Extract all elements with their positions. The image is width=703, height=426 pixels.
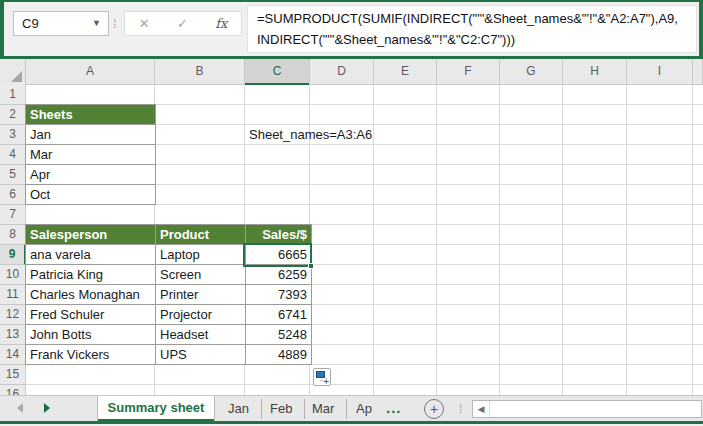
formula-buttons: ✕ ✓ fx — [124, 11, 242, 36]
cell-salesperson[interactable]: ana varela — [26, 245, 156, 265]
tab-summary-sheet[interactable]: Summary sheet — [97, 396, 215, 422]
cell-sales[interactable]: 6259 — [246, 265, 312, 285]
tab-jan[interactable]: Jan — [216, 399, 262, 419]
row-header-1[interactable]: 1 — [0, 85, 26, 105]
insert-function-icon[interactable]: fx — [215, 16, 227, 31]
horizontal-scrollbar[interactable]: ◀ — [472, 400, 702, 418]
row-header-9[interactable]: 9 — [0, 245, 26, 265]
row-header-8[interactable]: 8 — [0, 225, 26, 245]
formula-bar-area: C9 ▼ ⁞ ✕ ✓ fx =SUMPRODUCT(SUMIF(INDIRECT… — [0, 0, 703, 56]
tab-mar[interactable]: Mar — [300, 399, 347, 419]
enter-icon[interactable]: ✓ — [177, 16, 188, 31]
row-header-2[interactable]: 2 — [0, 105, 26, 125]
sheets-list-item[interactable]: Apr — [26, 165, 156, 185]
formula-input[interactable]: =SUMPRODUCT(SUMIF(INDIRECT("'"&Sheet_nam… — [247, 5, 697, 53]
cell-product[interactable]: Printer — [156, 285, 246, 305]
name-box-value: C9 — [22, 16, 39, 31]
sheets-list-header-cell[interactable]: Sheets — [26, 105, 156, 125]
cell-salesperson[interactable]: John Botts — [26, 325, 156, 345]
select-all-corner[interactable] — [0, 59, 26, 85]
sheets-list-table: Sheets Jan Mar Apr Oct — [25, 104, 156, 205]
table-row: John Botts Headset 5248 — [26, 325, 312, 345]
sheets-list-item[interactable]: Mar — [26, 145, 156, 165]
header-cell-sales[interactable]: Sales/$ — [246, 225, 312, 245]
window-left-border — [0, 0, 4, 56]
window-right-border — [699, 0, 703, 56]
corner-triangle-icon — [11, 71, 22, 82]
separator-dots-icon: ⁞ — [113, 16, 117, 31]
formula-line-1: =SUMPRODUCT(SUMIF(INDIRECT("'"&Sheet_nam… — [257, 8, 696, 29]
column-header-G[interactable]: G — [500, 59, 563, 85]
cell-product[interactable]: Projector — [156, 305, 246, 325]
tab-overflow-indicator[interactable]: ... — [386, 399, 402, 419]
table-row: Patricia King Screen 6259 — [26, 265, 312, 285]
window-top-border — [0, 0, 703, 2]
row-header-15[interactable]: 15 — [0, 365, 26, 385]
gridline — [562, 85, 563, 395]
cell-product[interactable]: Headset — [156, 325, 246, 345]
header-cell-salesperson[interactable]: Salesperson — [26, 225, 156, 245]
scroll-left-arrow-icon[interactable]: ◀ — [473, 401, 490, 417]
tab-apr-truncated[interactable]: Ap — [344, 399, 384, 419]
row-header-7[interactable]: 7 — [0, 205, 26, 225]
auto-fill-plus-icon: + — [323, 376, 329, 387]
fill-handle[interactable] — [308, 263, 314, 269]
cell-salesperson[interactable]: Charles Monaghan — [26, 285, 156, 305]
cancel-icon[interactable]: ✕ — [139, 16, 150, 31]
column-header-partial[interactable] — [693, 59, 703, 85]
row-header-10[interactable]: 10 — [0, 265, 26, 285]
row-header-3[interactable]: 3 — [0, 125, 26, 145]
row-header-11[interactable]: 11 — [0, 285, 26, 305]
column-header-B[interactable]: B — [155, 59, 245, 85]
column-header-E[interactable]: E — [374, 59, 437, 85]
column-header-I[interactable]: I — [627, 59, 693, 85]
column-header-D[interactable]: D — [310, 59, 374, 85]
active-cell-selection[interactable] — [243, 243, 312, 267]
name-box-dropdown-icon[interactable]: ▼ — [92, 12, 101, 35]
named-range-annotation[interactable]: Sheet_names=A3:A6 — [249, 125, 372, 145]
cell-sales[interactable]: 6741 — [246, 305, 312, 325]
table-row: Fred Schuler Projector 6741 — [26, 305, 312, 325]
auto-fill-options-button[interactable]: + — [313, 368, 331, 386]
separator-dots-icon: ⁞ — [459, 401, 463, 416]
cell-sales[interactable]: 5248 — [246, 325, 312, 345]
cell-sales[interactable]: 7393 — [246, 285, 312, 305]
column-header-H[interactable]: H — [563, 59, 627, 85]
sales-table-header-row: Salesperson Product Sales/$ — [26, 225, 312, 245]
cell-product[interactable]: Laptop — [156, 245, 246, 265]
row-header-5[interactable]: 5 — [0, 165, 26, 185]
row-header-4[interactable]: 4 — [0, 145, 26, 165]
cell-product[interactable]: Screen — [156, 265, 246, 285]
cell-salesperson[interactable]: Fred Schuler — [26, 305, 156, 325]
gridline — [373, 85, 374, 395]
tab-scroll-right-icon[interactable] — [44, 403, 50, 413]
tab-scroll-left-icon[interactable] — [17, 403, 23, 413]
gridline — [626, 85, 627, 395]
cell-sales[interactable]: 4889 — [246, 345, 312, 365]
sheet-tab-bar: Summary sheet Jan Feb Mar Ap ... + ⁞ ◀ — [0, 395, 703, 421]
header-cell-product[interactable]: Product — [156, 225, 246, 245]
cell-product[interactable]: UPS — [156, 345, 246, 365]
sheets-list-item[interactable]: Jan — [26, 125, 156, 145]
column-header-C[interactable]: C — [245, 59, 310, 85]
row-header-12[interactable]: 12 — [0, 305, 26, 325]
cell-salesperson[interactable]: Patricia King — [26, 265, 156, 285]
formula-line-2: INDIRECT("'"&Sheet_names&"'!"&"C2:C7"))) — [257, 29, 696, 50]
cell-salesperson[interactable]: Frank Vickers — [26, 345, 156, 365]
row-header-16[interactable]: 16 — [0, 385, 26, 395]
gridline — [436, 85, 437, 395]
gridline — [692, 85, 693, 395]
column-header-band: A B C D E F G H I — [0, 59, 703, 85]
excel-window: C9 ▼ ⁞ ✕ ✓ fx =SUMPRODUCT(SUMIF(INDIRECT… — [0, 0, 703, 426]
row-header-13[interactable]: 13 — [0, 325, 26, 345]
column-header-F[interactable]: F — [437, 59, 500, 85]
column-header-A[interactable]: A — [26, 59, 155, 85]
sheets-list-item[interactable]: Oct — [26, 185, 156, 205]
row-header-14[interactable]: 14 — [0, 345, 26, 365]
spreadsheet-grid[interactable]: 1 2 3 4 5 6 7 8 9 10 11 12 13 14 15 16 S… — [0, 85, 703, 395]
tab-feb[interactable]: Feb — [258, 399, 305, 419]
row-header-6[interactable]: 6 — [0, 185, 26, 205]
new-sheet-button[interactable]: + — [424, 399, 444, 419]
name-box[interactable]: C9 ▼ — [13, 11, 109, 36]
gridline — [499, 85, 500, 395]
